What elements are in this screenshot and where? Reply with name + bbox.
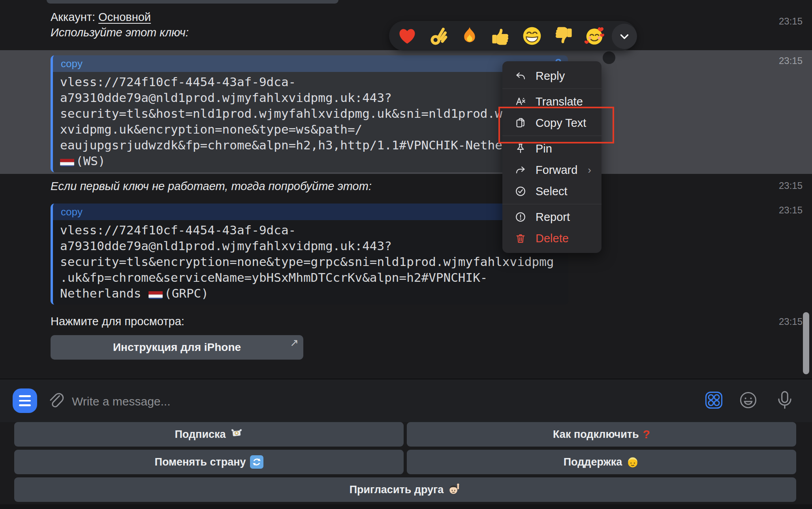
reaction-bar-tail: [603, 51, 615, 64]
voice-message-button[interactable]: [775, 390, 795, 411]
message-account: Аккаунт: Основной Используйте этот ключ:: [51, 9, 189, 40]
copy-pages-icon: [514, 117, 527, 129]
thumbs-up-icon[interactable]: [490, 25, 512, 47]
message-second-key-hint: Если первый ключ не работает, тогда попр…: [51, 179, 372, 194]
forward-arrow-icon: [514, 164, 527, 176]
reactions-expand-button[interactable]: [612, 24, 637, 49]
hamburger-icon: [19, 395, 31, 397]
code-text: vless://724f10cf-4454-43af-9dca- a79310d…: [53, 220, 568, 305]
menu-item-report[interactable]: Report: [502, 206, 601, 228]
code-line: vless://724f10cf-4454-43af-9dca-: [60, 74, 561, 90]
emoji-smiley-icon: [739, 391, 757, 409]
person-icon: [626, 455, 639, 469]
reaction-row: [396, 21, 605, 51]
message-context-menu: Reply Translate Copy Text Pin Forward › …: [502, 61, 601, 253]
message-tap-to-view: Нажмите для просмотра:: [51, 314, 184, 329]
code-line-flag: (WS): [60, 153, 561, 169]
menu-divider: [502, 136, 601, 136]
timestamp: 23:15: [779, 316, 803, 327]
arrows-cycle-icon: [250, 455, 263, 469]
red-question-mark-icon: ?: [643, 428, 650, 441]
timestamp: 23:15: [779, 180, 803, 191]
submenu-chevron-icon: ›: [588, 164, 591, 176]
chevron-down-icon: [618, 30, 631, 43]
paperclip-icon: [46, 390, 66, 410]
pushpin-icon: [514, 142, 527, 155]
keyboard-button-support[interactable]: Поддержка: [407, 450, 796, 474]
menu-divider: [502, 89, 601, 89]
person-raising-hand-icon: [447, 483, 461, 496]
reply-arrow-icon: [514, 70, 527, 82]
grinning-face-icon[interactable]: [521, 25, 543, 47]
attach-button[interactable]: [46, 390, 66, 412]
account-label: Аккаунт:: [51, 11, 98, 23]
smiling-face-with-hearts-icon[interactable]: [583, 25, 605, 47]
code-block-key-1: copy ? vless://724f10cf-4454-43af-9dca- …: [51, 55, 568, 172]
code-line: a79310dde79a@nld1prod.wjmyfahlxvidpmg.uk…: [60, 90, 561, 106]
menu-item-copy-text[interactable]: Copy Text: [502, 112, 601, 134]
emoji-button[interactable]: [739, 391, 757, 411]
keyboard-button-invite-friend[interactable]: Пригласить друга: [14, 477, 796, 502]
ok-hand-icon[interactable]: [427, 25, 449, 47]
red-heart-icon[interactable]: [396, 25, 418, 47]
money-with-wings-icon: [230, 428, 243, 441]
timestamp: 23:15: [779, 55, 803, 66]
code-line: security=tls&encryption=none&type=grpc&s…: [60, 254, 561, 270]
menu-divider: [502, 204, 601, 204]
microphone-icon: [775, 390, 795, 410]
bot-keyboard-toggle[interactable]: [705, 391, 723, 411]
previous-message-partial: [47, 0, 338, 4]
code-copy-header[interactable]: copy: [53, 204, 568, 220]
message-input[interactable]: [71, 393, 665, 410]
timestamp: 23:15: [779, 16, 803, 27]
translate-icon: [514, 95, 527, 108]
thumbs-down-icon[interactable]: [552, 25, 574, 47]
circle-exclamation-icon: [514, 211, 527, 223]
external-link-arrow-icon: ↗: [290, 337, 299, 349]
menu-item-select[interactable]: Select: [502, 181, 601, 202]
code-line: xvidpmg.uk&encryption=none&type=ws&path=…: [60, 121, 561, 137]
message-use-key: Используйте этот ключ:: [51, 25, 189, 40]
menu-item-pin[interactable]: Pin: [502, 138, 601, 159]
code-copy-header[interactable]: copy ?: [53, 55, 568, 72]
keyboard-button-change-country[interactable]: Поменять страну: [14, 450, 404, 474]
menu-item-translate[interactable]: Translate: [502, 91, 601, 112]
trash-icon: [514, 232, 527, 245]
netherlands-flag-icon: [60, 156, 74, 166]
menu-item-forward[interactable]: Forward ›: [502, 159, 601, 181]
bottom-strip: [0, 504, 812, 509]
code-block-key-2: copy vless://724f10cf-4454-43af-9dca- a7…: [51, 204, 568, 305]
chat-scrollbar-thumb[interactable]: [803, 312, 809, 374]
keyboard-button-how-to-connect[interactable]: Как подключить ?: [407, 422, 796, 447]
iphone-instruction-button[interactable]: Инструкция для iPhone ↗: [51, 335, 303, 360]
fire-icon[interactable]: [459, 25, 481, 47]
circle-check-icon: [514, 185, 527, 198]
menu-item-delete[interactable]: Delete: [502, 228, 601, 249]
account-link[interactable]: Основной: [98, 11, 151, 23]
telegram-chat-window: Аккаунт: Основной Используйте этот ключ:…: [0, 0, 812, 509]
code-line: eaujupgsrjudwzdk&fp=chrome&alpn=h2,h3,ht…: [60, 137, 561, 153]
code-line: a79310dde79a@nld1prod.wjmyfahlxvidpmg.uk…: [60, 238, 561, 254]
code-line: .uk&fp=chrome&serviceName=ybHSxMhmDTCcrK…: [60, 270, 561, 285]
code-line: security=tls&host=nld1prod.wjmyfahlxvidp…: [60, 106, 561, 121]
bot-keyboard-grid-icon: [705, 391, 723, 409]
code-text: vless://724f10cf-4454-43af-9dca- a79310d…: [53, 72, 568, 172]
copy-link[interactable]: copy: [61, 206, 83, 218]
netherlands-flag-icon: [148, 289, 163, 299]
keyboard-button-subscription[interactable]: Подписка: [14, 422, 404, 447]
timestamp: 23:15: [779, 205, 803, 216]
code-line-flag: Netherlands (GRPC): [60, 285, 561, 301]
menu-item-reply[interactable]: Reply: [502, 65, 601, 87]
code-line: vless://724f10cf-4454-43af-9dca-: [60, 222, 561, 238]
bot-menu-button[interactable]: [13, 388, 37, 413]
copy-link[interactable]: copy: [61, 58, 83, 70]
